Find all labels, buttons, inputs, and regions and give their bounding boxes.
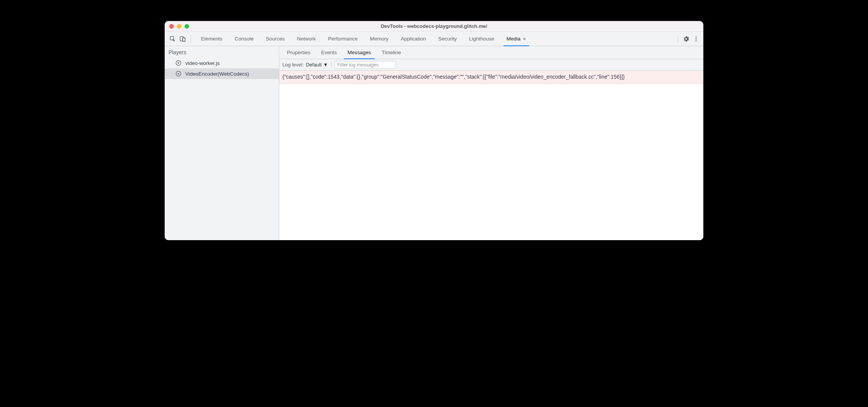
tab-network[interactable]: Network <box>291 32 322 46</box>
window-controls <box>165 24 189 29</box>
more-menu-icon[interactable] <box>692 35 700 43</box>
tab-sources[interactable]: Sources <box>260 32 291 46</box>
subtab-events[interactable]: Events <box>316 46 342 59</box>
tab-label: Console <box>235 36 254 42</box>
filter-toolbar: Log level: Default ▼ <box>279 59 703 71</box>
play-icon <box>175 60 181 66</box>
minimize-window-button[interactable] <box>177 24 181 29</box>
subtab-label: Timeline <box>382 50 401 55</box>
close-tab-icon[interactable]: × <box>523 36 526 42</box>
subtab-timeline[interactable]: Timeline <box>376 46 406 59</box>
tab-media[interactable]: Media × <box>500 32 532 46</box>
tab-label: Network <box>297 36 316 42</box>
subtab-properties[interactable]: Properties <box>282 46 316 59</box>
svg-point-4 <box>696 36 697 37</box>
log-level-value: Default <box>306 62 322 68</box>
tab-label: Security <box>438 36 457 42</box>
main-tabstrip: Elements Console Sources Network Perform… <box>165 32 703 46</box>
player-item[interactable]: video-worker.js <box>165 58 279 68</box>
log-level-selector[interactable]: Log level: Default ▼ <box>282 62 328 68</box>
tab-label: Elements <box>201 36 222 42</box>
main-tabs: Elements Console Sources Network Perform… <box>195 32 674 46</box>
tab-lighthouse[interactable]: Lighthouse <box>463 32 500 46</box>
log-level-label: Log level: <box>282 62 304 68</box>
main-panel: Properties Events Messages Timeline Log … <box>279 46 703 240</box>
play-icon <box>175 71 181 77</box>
players-sidebar: Players video-worker.js VideoEn <box>165 46 279 240</box>
svg-point-6 <box>696 40 697 41</box>
player-label: VideoEncoder(WebCodecs) <box>185 71 249 77</box>
tab-console[interactable]: Console <box>228 32 260 46</box>
messages-list[interactable]: {"causes":[],"code":1543,"data":{},"grou… <box>279 71 703 240</box>
close-window-button[interactable] <box>169 24 174 29</box>
sidebar-title: Players <box>165 46 279 58</box>
tab-label: Application <box>401 36 426 42</box>
toolbar-right <box>675 35 700 43</box>
inspect-element-icon[interactable] <box>168 35 177 43</box>
subtab-label: Events <box>321 50 337 55</box>
device-toolbar-icon[interactable] <box>178 35 187 43</box>
player-item[interactable]: VideoEncoder(WebCodecs) <box>165 68 279 79</box>
tab-label: Media <box>507 36 521 42</box>
tab-security[interactable]: Security <box>432 32 463 46</box>
subtab-label: Messages <box>348 50 371 55</box>
panel-body: Players video-worker.js VideoEn <box>165 46 703 240</box>
subtab-messages[interactable]: Messages <box>342 46 377 59</box>
window-title: DevTools - webcodecs-playground.glitch.m… <box>165 23 703 29</box>
player-label: video-worker.js <box>185 60 220 66</box>
tab-label: Lighthouse <box>469 36 494 42</box>
tab-performance[interactable]: Performance <box>322 32 364 46</box>
svg-rect-2 <box>183 38 185 42</box>
titlebar: DevTools - webcodecs-playground.glitch.m… <box>165 21 703 32</box>
tab-elements[interactable]: Elements <box>195 32 228 46</box>
toolbar-divider <box>678 35 678 43</box>
svg-point-5 <box>696 38 697 39</box>
tab-application[interactable]: Application <box>395 32 432 46</box>
chevron-down-icon: ▼ <box>323 62 328 68</box>
devtools-window: DevTools - webcodecs-playground.glitch.m… <box>165 21 703 240</box>
tab-label: Memory <box>370 36 389 42</box>
toolbar-divider <box>331 62 332 68</box>
tab-label: Performance <box>328 36 358 42</box>
media-subtabs: Properties Events Messages Timeline <box>279 46 703 59</box>
tab-label: Sources <box>266 36 285 42</box>
tab-memory[interactable]: Memory <box>364 32 395 46</box>
log-message-row[interactable]: {"causes":[],"code":1543,"data":{},"grou… <box>279 71 703 84</box>
settings-gear-icon[interactable] <box>682 35 690 43</box>
zoom-window-button[interactable] <box>185 24 189 29</box>
filter-input[interactable] <box>335 61 396 69</box>
subtab-label: Properties <box>287 50 311 55</box>
toolbar-divider <box>191 35 191 43</box>
